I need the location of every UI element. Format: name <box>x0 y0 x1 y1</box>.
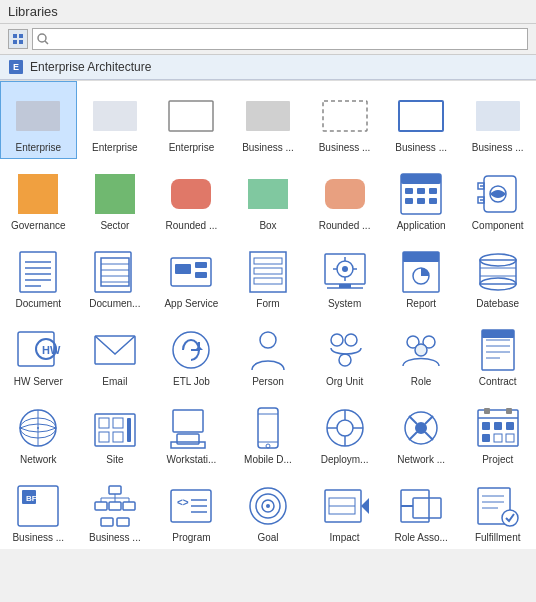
grid-item-form[interactable]: Form <box>230 237 307 315</box>
grid-item-system[interactable]: System <box>306 237 383 315</box>
grid-item-contract[interactable]: Contract <box>459 315 536 393</box>
svg-rect-130 <box>117 518 129 526</box>
grid-item-orgunit[interactable]: Org Unit <box>306 315 383 393</box>
enterprise2-icon <box>91 92 139 140</box>
svg-rect-126 <box>95 502 107 510</box>
dropdown-icon-area[interactable] <box>8 29 28 49</box>
documentum-icon <box>91 248 139 296</box>
svg-rect-17 <box>171 179 211 209</box>
svg-rect-48 <box>254 258 282 264</box>
application-icon <box>397 170 445 218</box>
svg-rect-92 <box>99 418 109 428</box>
business4-label: Business ... <box>472 142 524 154</box>
enterprise-architecture-icon: E <box>8 59 24 75</box>
grid-item-enterprise3[interactable]: Enterprise <box>153 81 230 159</box>
networkdrive-label: Network ... <box>397 454 445 466</box>
grid-item-project[interactable]: Project <box>459 393 536 471</box>
grid-item-goal[interactable]: Goal <box>230 471 307 549</box>
svg-rect-24 <box>429 188 437 194</box>
grid-item-mobiledrive[interactable]: Mobile D... <box>230 393 307 471</box>
grid-item-impact[interactable]: Impact <box>306 471 383 549</box>
svg-text:E: E <box>13 62 19 72</box>
project-label: Project <box>482 454 513 466</box>
grid-item-email[interactable]: Email <box>77 315 154 393</box>
grid-item-appservice[interactable]: App Service <box>153 237 230 315</box>
grid-item-governance[interactable]: Governance <box>0 159 77 237</box>
svg-rect-71 <box>95 336 135 364</box>
grid-item-report[interactable]: Report <box>383 237 460 315</box>
grid-item-businessfunc[interactable]: BF Business ... <box>0 471 77 549</box>
grid-item-component[interactable]: Component <box>459 159 536 237</box>
business3-label: Business ... <box>395 142 447 154</box>
svg-rect-8 <box>16 101 60 131</box>
business1-icon <box>244 92 292 140</box>
form-label: Form <box>256 298 279 310</box>
grid-item-application[interactable]: Application <box>383 159 460 237</box>
rounded1-label: Rounded ... <box>166 220 218 232</box>
grid-item-business4[interactable]: Business ... <box>459 81 536 159</box>
search-input[interactable] <box>53 33 523 45</box>
hwserver-label: HW Server <box>14 376 63 388</box>
section-title: Enterprise Architecture <box>30 60 151 74</box>
grid-item-business2[interactable]: Business ... <box>306 81 383 159</box>
grid-item-fulfillment[interactable]: Fulfillment <box>459 471 536 549</box>
enterprise1-label: Enterprise <box>15 142 61 154</box>
grid-item-box[interactable]: Box <box>230 159 307 237</box>
svg-line-5 <box>45 41 48 44</box>
search-row <box>0 24 536 55</box>
appservice-icon <box>167 248 215 296</box>
svg-marker-73 <box>195 346 203 350</box>
grid-item-documentum[interactable]: Documen... <box>77 237 154 315</box>
section-header: E Enterprise Architecture <box>0 55 536 80</box>
search-bar[interactable] <box>32 28 528 50</box>
workstation-icon <box>167 404 215 452</box>
grid-item-networkdrive[interactable]: Network ... <box>383 393 460 471</box>
svg-rect-115 <box>494 422 502 430</box>
enterprise3-icon <box>167 92 215 140</box>
documentum-label: Documen... <box>89 298 140 310</box>
svg-rect-94 <box>99 432 109 442</box>
svg-rect-27 <box>429 198 437 204</box>
grid-item-rounded2[interactable]: Rounded ... <box>306 159 383 237</box>
grid-item-database[interactable]: Datebase <box>459 237 536 315</box>
database-icon <box>474 248 522 296</box>
svg-point-77 <box>339 354 351 366</box>
svg-rect-1 <box>19 34 23 38</box>
svg-rect-127 <box>109 502 121 510</box>
grid-item-document[interactable]: Document <box>0 237 77 315</box>
svg-rect-26 <box>417 198 425 204</box>
contract-label: Contract <box>479 376 517 388</box>
grid-item-etljob[interactable]: ETL Job <box>153 315 230 393</box>
grid-item-program[interactable]: <> Program <box>153 471 230 549</box>
grid-item-roleasso[interactable]: Role Asso... <box>383 471 460 549</box>
businessfunc-icon: BF <box>14 482 62 530</box>
grid-item-business3[interactable]: Business ... <box>383 81 460 159</box>
grid-item-enterprise2[interactable]: Enterprise <box>77 81 154 159</box>
governance-label: Governance <box>11 220 65 232</box>
grid-item-deployment[interactable]: Deploym... <box>306 393 383 471</box>
grid-item-businesshier[interactable]: Business ... <box>77 471 154 549</box>
svg-rect-11 <box>246 101 290 131</box>
enterprise1-icon <box>14 92 62 140</box>
grid-item-enterprise1[interactable]: Enterprise <box>0 81 77 159</box>
component-label: Component <box>472 220 524 232</box>
svg-rect-16 <box>95 174 135 214</box>
svg-rect-86 <box>482 330 514 338</box>
grid-item-person[interactable]: Person <box>230 315 307 393</box>
workstation-label: Workstati... <box>167 454 217 466</box>
grid-item-site[interactable]: Site <box>77 393 154 471</box>
grid-item-workstation[interactable]: Workstati... <box>153 393 230 471</box>
governance-icon <box>14 170 62 218</box>
email-icon <box>91 326 139 374</box>
grid-item-business1[interactable]: Business ... <box>230 81 307 159</box>
grid-item-sector[interactable]: Sector <box>77 159 154 237</box>
grid-item-network[interactable]: Network <box>0 393 77 471</box>
grid-item-role[interactable]: Role <box>383 315 460 393</box>
svg-point-57 <box>342 266 348 272</box>
grid-item-hwserver[interactable]: HW HW Server <box>0 315 77 393</box>
svg-rect-19 <box>325 179 365 209</box>
svg-rect-2 <box>13 40 17 44</box>
mobiledrive-icon <box>244 404 292 452</box>
grid-item-rounded1[interactable]: Rounded ... <box>153 159 230 237</box>
svg-rect-9 <box>93 101 137 131</box>
